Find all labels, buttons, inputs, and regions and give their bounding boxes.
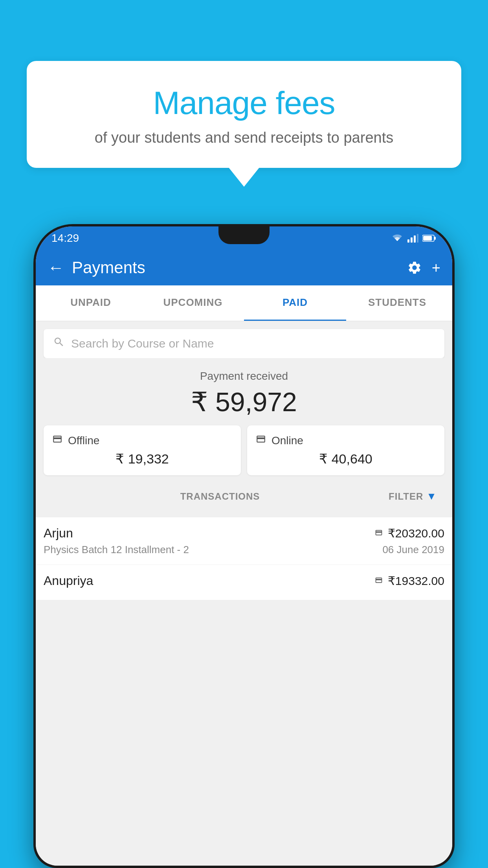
offline-card-header: Offline <box>51 434 233 447</box>
bubble-subtitle: of your students and send receipts to pa… <box>46 129 442 146</box>
payment-summary: Payment received ₹ 59,972 Offline <box>36 358 452 517</box>
app-title: Payments <box>72 258 407 277</box>
tab-paid[interactable]: PAID <box>244 285 346 321</box>
transaction-list: Arjun ₹20320.00 Physics Batch 12 Install… <box>36 517 452 600</box>
transaction-bottom: Physics Batch 12 Installment - 2 06 June… <box>44 544 444 556</box>
payment-total-amount: ₹ 59,972 <box>44 386 444 417</box>
filter-button[interactable]: FILTER ▼ <box>389 490 437 502</box>
transaction-name: Arjun <box>44 526 73 541</box>
content-area: Search by Course or Name Payment receive… <box>36 321 452 866</box>
app-bar-icons: + <box>407 259 440 276</box>
offline-payment-icon <box>374 575 384 587</box>
status-icons <box>391 234 437 243</box>
offline-amount: ₹ 19,332 <box>51 451 233 467</box>
transactions-section-label: TRANSACTIONS <box>51 491 389 502</box>
transaction-top: Anupriya ₹19332.00 <box>44 574 444 588</box>
tabs-bar: UNPAID UPCOMING PAID STUDENTS <box>36 285 452 321</box>
transaction-desc: Physics Batch 12 Installment - 2 <box>44 544 189 556</box>
search-placeholder-text: Search by Course or Name <box>71 337 214 350</box>
tab-students[interactable]: STUDENTS <box>346 285 448 321</box>
svg-rect-5 <box>434 237 436 240</box>
svg-rect-3 <box>417 234 418 243</box>
offline-payment-card: Offline ₹ 19,332 <box>44 425 241 475</box>
battery-icon <box>422 234 437 242</box>
transaction-date: 06 June 2019 <box>382 544 444 556</box>
tab-upcoming[interactable]: UPCOMING <box>142 285 244 321</box>
tab-unpaid[interactable]: UNPAID <box>40 285 142 321</box>
svg-rect-2 <box>414 235 416 243</box>
app-bar: ← Payments + <box>36 250 452 285</box>
online-label: Online <box>272 434 303 447</box>
offline-label: Offline <box>68 434 99 447</box>
phone-frame: 14:29 <box>33 224 455 868</box>
table-row[interactable]: Anupriya ₹19332.00 <box>36 565 452 600</box>
wifi-icon <box>391 234 404 243</box>
online-payment-icon <box>374 527 384 539</box>
svg-rect-6 <box>423 236 432 241</box>
online-card-header: Online <box>255 434 437 447</box>
status-time: 14:29 <box>51 232 79 245</box>
search-bar[interactable]: Search by Course or Name <box>44 329 444 358</box>
status-bar: 14:29 <box>36 226 452 250</box>
online-amount: ₹ 40,640 <box>255 451 437 467</box>
payment-cards: Offline ₹ 19,332 Online <box>44 425 444 483</box>
payment-received-label: Payment received <box>44 370 444 383</box>
svg-rect-1 <box>411 237 413 243</box>
back-button[interactable]: ← <box>48 258 64 277</box>
filter-icon: ▼ <box>426 490 437 502</box>
filter-label: FILTER <box>389 491 423 502</box>
transaction-amount: ₹19332.00 <box>388 574 444 588</box>
table-row[interactable]: Arjun ₹20320.00 Physics Batch 12 Install… <box>36 517 452 565</box>
notch <box>218 226 270 244</box>
transaction-name: Anupriya <box>44 574 93 588</box>
search-icon <box>53 336 65 351</box>
transaction-amount: ₹20320.00 <box>388 526 444 540</box>
bubble-title: Manage fees <box>46 85 442 121</box>
offline-icon <box>51 434 63 447</box>
transaction-amount-wrap: ₹19332.00 <box>374 574 444 588</box>
transactions-header: TRANSACTIONS FILTER ▼ <box>44 483 444 509</box>
settings-icon[interactable] <box>407 260 422 275</box>
phone-screen: 14:29 <box>36 226 452 866</box>
online-icon <box>255 434 267 447</box>
svg-rect-0 <box>407 239 409 243</box>
online-payment-card: Online ₹ 40,640 <box>247 425 444 475</box>
transaction-top: Arjun ₹20320.00 <box>44 526 444 541</box>
signal-icon <box>407 234 418 243</box>
speech-bubble: Manage fees of your students and send re… <box>27 61 461 168</box>
add-button[interactable]: + <box>432 259 440 276</box>
transaction-amount-wrap: ₹20320.00 <box>374 526 444 540</box>
